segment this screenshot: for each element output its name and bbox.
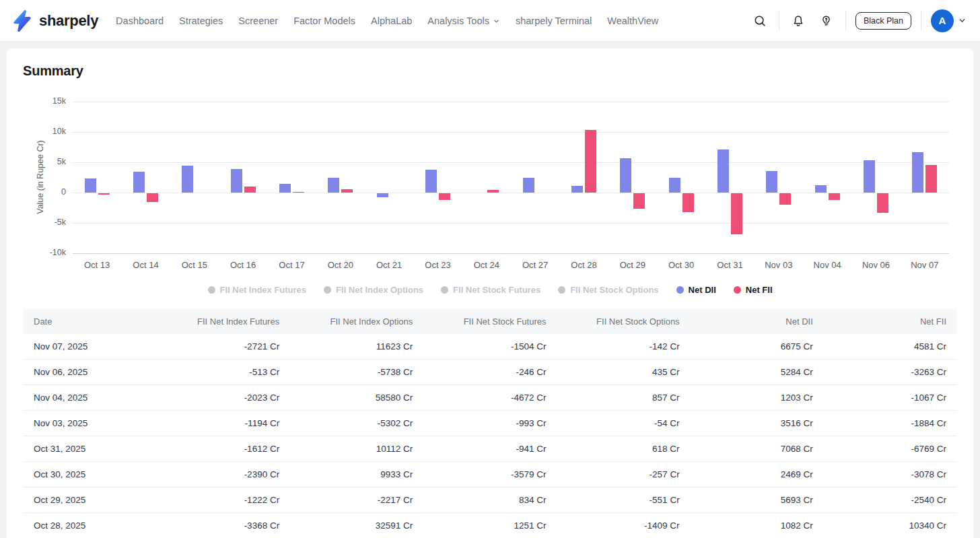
legend-label: Net FII bbox=[746, 285, 773, 295]
table-row: Oct 29, 2025-1222 Cr-2217 Cr834 Cr-551 C… bbox=[23, 487, 957, 513]
chart-legend: FII Net Index FuturesFII Net Index Optio… bbox=[23, 283, 957, 296]
nav-item-label: WealthView bbox=[607, 15, 658, 26]
nav-item-label: Screener bbox=[238, 15, 278, 26]
avatar[interactable]: A bbox=[931, 9, 954, 32]
x-axis-label: Nov 03 bbox=[755, 260, 803, 270]
value-cell: -1067 Cr bbox=[824, 385, 957, 411]
ideas-bulb-icon[interactable] bbox=[817, 11, 836, 30]
bar-net-dii bbox=[523, 178, 534, 193]
notifications-bell-icon[interactable] bbox=[789, 11, 808, 30]
value-cell: 3516 Cr bbox=[691, 411, 824, 436]
plan-badge-button[interactable]: Black Plan bbox=[855, 12, 911, 30]
x-axis-label: Oct 31 bbox=[706, 260, 755, 270]
brand[interactable]: sharpely bbox=[11, 9, 98, 32]
legend-item-net-fii[interactable]: Net FII bbox=[734, 285, 773, 295]
date-cell: Oct 30, 2025 bbox=[23, 462, 157, 487]
value-cell: 834 Cr bbox=[423, 487, 557, 513]
value-cell: -3078 Cr bbox=[824, 462, 957, 487]
x-axis-label: Nov 04 bbox=[803, 260, 851, 270]
legend-item-net-dii[interactable]: Net DII bbox=[676, 285, 716, 295]
value-cell: 1203 Cr bbox=[691, 385, 824, 411]
x-axis-label: Oct 16 bbox=[219, 260, 267, 270]
value-cell: -142 Cr bbox=[557, 334, 690, 360]
x-axis-label: Oct 24 bbox=[462, 260, 511, 270]
nav-item-factor-models[interactable]: Factor Models bbox=[293, 15, 355, 26]
table-row: Nov 03, 2025-1194 Cr-5302 Cr-993 Cr-54 C… bbox=[23, 411, 957, 436]
gridline bbox=[73, 223, 949, 224]
legend-dot-icon bbox=[441, 286, 448, 294]
legend-item-fii-net-stock-options[interactable]: FII Net Stock Options bbox=[558, 285, 658, 295]
legend-dot-icon bbox=[324, 286, 331, 294]
legend-dot-icon bbox=[558, 286, 565, 294]
nav-item-sharpely-terminal[interactable]: sharpely Terminal bbox=[516, 15, 592, 26]
gridline bbox=[73, 132, 949, 133]
value-cell: -54 Cr bbox=[557, 411, 690, 436]
value-cell: -993 Cr bbox=[423, 411, 557, 436]
column-header: FII Net Index Options bbox=[290, 309, 423, 334]
value-cell: -1222 Cr bbox=[157, 487, 290, 513]
value-cell: -2540 Cr bbox=[824, 487, 957, 513]
table-row: Oct 28, 2025-3368 Cr32591 Cr1251 Cr-1409… bbox=[23, 513, 957, 538]
bar-net-fii bbox=[731, 193, 742, 234]
column-header: Net FII bbox=[824, 309, 957, 334]
table-header: DateFII Net Index FuturesFII Net Index O… bbox=[23, 309, 957, 334]
bar-net-dii bbox=[669, 178, 680, 193]
value-cell: 32591 Cr bbox=[290, 513, 423, 538]
legend-label: FII Net Index Options bbox=[336, 285, 423, 295]
bar-net-dii bbox=[718, 149, 729, 193]
bar-net-fii bbox=[293, 192, 304, 193]
nav-item-strategies[interactable]: Strategies bbox=[179, 15, 223, 26]
bar-net-fii bbox=[779, 193, 791, 205]
date-cell: Oct 31, 2025 bbox=[23, 436, 157, 462]
bar-net-dii bbox=[425, 170, 437, 193]
legend-item-fii-net-index-options[interactable]: FII Net Index Options bbox=[324, 285, 423, 295]
bar-net-dii bbox=[377, 193, 388, 197]
legend-item-fii-net-index-futures[interactable]: FII Net Index Futures bbox=[208, 285, 307, 295]
value-cell: 10112 Cr bbox=[290, 436, 423, 462]
value-cell: -1409 Cr bbox=[557, 513, 690, 538]
value-cell: -4672 Cr bbox=[423, 385, 557, 411]
value-cell: -3368 Cr bbox=[157, 513, 290, 538]
date-cell: Nov 06, 2025 bbox=[23, 360, 157, 385]
date-cell: Nov 04, 2025 bbox=[23, 385, 157, 411]
gridline bbox=[73, 102, 949, 102]
y-tick-label: 0 bbox=[23, 187, 66, 197]
x-axis-label: Oct 27 bbox=[511, 260, 559, 270]
account-menu[interactable]: A bbox=[931, 9, 967, 32]
column-header: FII Net Stock Options bbox=[557, 309, 690, 334]
y-tick-label: -5k bbox=[23, 217, 66, 227]
nav-item-label: Dashboard bbox=[116, 15, 164, 26]
bar-net-fii bbox=[341, 189, 353, 193]
nav-item-analysis-tools[interactable]: Analysis Tools bbox=[427, 15, 500, 26]
legend-dot-icon bbox=[676, 286, 684, 294]
value-cell: -1884 Cr bbox=[824, 411, 957, 436]
x-axis-label: Oct 30 bbox=[657, 260, 705, 270]
nav-item-alphalab[interactable]: AlphaLab bbox=[371, 15, 412, 26]
value-cell: 435 Cr bbox=[557, 360, 690, 385]
nav-item-label: Factor Models bbox=[293, 15, 355, 26]
table-row: Nov 04, 2025-2023 Cr58580 Cr-4672 Cr857 … bbox=[23, 385, 957, 411]
bar-net-dii bbox=[620, 158, 631, 193]
top-navigation-bar: sharpely DashboardStrategiesScreenerFact… bbox=[0, 0, 980, 42]
value-cell: -941 Cr bbox=[423, 436, 557, 462]
value-cell: -551 Cr bbox=[557, 487, 690, 513]
legend-item-fii-net-stock-futures[interactable]: FII Net Stock Futures bbox=[441, 285, 540, 295]
nav-item-dashboard[interactable]: Dashboard bbox=[116, 15, 164, 26]
nav-item-screener[interactable]: Screener bbox=[238, 15, 278, 26]
bar-net-dii bbox=[815, 185, 827, 193]
summary-card: Summary Value (in Rupee Cr) 15k10k5k0-5k… bbox=[7, 48, 973, 538]
nav-item-wealthview[interactable]: WealthView bbox=[607, 15, 658, 26]
divider bbox=[921, 11, 921, 31]
value-cell: 5284 Cr bbox=[691, 360, 824, 385]
value-cell: 7068 Cr bbox=[691, 436, 824, 462]
y-tick-label: 5k bbox=[23, 157, 66, 166]
topbar-right: Black Plan A bbox=[750, 9, 967, 32]
brand-name: sharpely bbox=[39, 12, 98, 30]
bar-net-fii bbox=[829, 193, 840, 200]
nav-item-label: Analysis Tools bbox=[427, 15, 489, 26]
gridline bbox=[73, 253, 949, 254]
legend-label: FII Net Stock Futures bbox=[453, 285, 540, 295]
value-cell: 58580 Cr bbox=[290, 385, 423, 411]
value-cell: 857 Cr bbox=[557, 385, 690, 411]
search-icon[interactable] bbox=[750, 11, 769, 30]
